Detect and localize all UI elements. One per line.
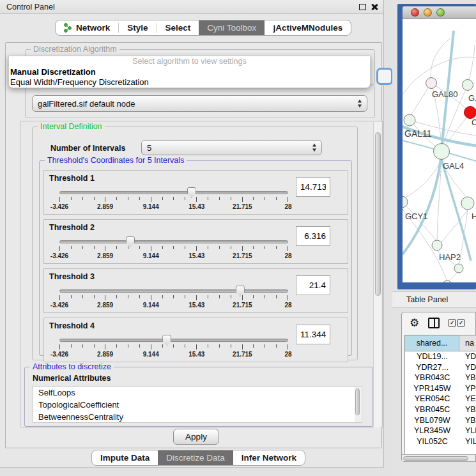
cell-name[interactable]: YBR0 <box>459 372 476 383</box>
threshold-value-field[interactable] <box>296 177 330 197</box>
table-row[interactable]: YBR045CYBR0 <box>405 404 476 415</box>
node-gal80[interactable] <box>426 78 437 89</box>
network-canvas[interactable]: GAL80 G. C GAL11 GAL4 GCY1 H HAP2 <box>403 19 476 282</box>
node-bottom-2[interactable] <box>443 280 452 282</box>
table-row[interactable]: YPR145WYPR1 <box>405 383 476 394</box>
threshold-value-field[interactable] <box>296 226 330 246</box>
slider-track[interactable] <box>59 289 288 293</box>
table-row[interactable]: YIL052CYIL0 <box>405 436 476 447</box>
attributes-group: Attributes to discretize Numerical Attri… <box>24 367 373 427</box>
cell-name[interactable]: YER0 <box>459 394 476 404</box>
node-hap2[interactable] <box>432 240 442 250</box>
table-row[interactable]: YLR345WYLR3 <box>405 426 476 436</box>
node-gal11[interactable] <box>404 114 415 126</box>
dropdown-option-equal-width[interactable]: Equal Width/Frequency Discretization <box>9 77 370 88</box>
columns-icon[interactable] <box>428 318 440 328</box>
float-window-icon[interactable] <box>359 4 366 10</box>
slider-track[interactable] <box>59 191 288 194</box>
cell-name[interactable]: YLR3 <box>459 426 476 436</box>
threshold-slider[interactable]: -3.4262.8599.14415.4321.71528 <box>59 187 288 213</box>
cell-shared-name[interactable]: YDL19... <box>405 351 459 362</box>
list-scrollbar[interactable] <box>355 387 361 423</box>
tick-label: 9.144 <box>143 351 159 358</box>
attribute-list-item[interactable]: SelfLoops <box>33 387 362 399</box>
cell-name[interactable]: YDR2 <box>459 362 476 373</box>
close-icon[interactable] <box>371 3 378 11</box>
table-row[interactable]: YDL19...YDL1 <box>405 351 476 362</box>
table-row[interactable]: YER054CYER0 <box>405 394 476 404</box>
network-icon <box>64 23 72 33</box>
slider-track[interactable] <box>59 240 288 243</box>
tab-impute-data[interactable]: Impute Data <box>92 450 158 465</box>
tab-label: Impute Data <box>100 453 150 463</box>
node-top-right[interactable] <box>463 80 473 91</box>
cell-name[interactable]: YDL1 <box>459 351 476 362</box>
column-header-shared[interactable]: shared... <box>405 335 459 351</box>
numerical-attributes-list[interactable]: SelfLoopsTopologicalCoefficientBetweenne… <box>33 386 362 423</box>
threshold-panel: Threshold 1 -3.4262.8599.14415.4321.7152… <box>43 170 348 215</box>
table-data-combobox[interactable]: galFiltered.sif default node <box>32 95 367 112</box>
minimize-traffic-light-icon[interactable] <box>424 8 432 17</box>
column-header-name[interactable]: na <box>459 335 476 351</box>
cell-name[interactable]: YIL0 <box>459 436 476 447</box>
slider-tick-labels: -3.4262.8599.14415.4321.71528 <box>59 351 288 358</box>
node-label-h-cut: H <box>472 211 476 221</box>
gear-icon[interactable]: ⚙ <box>410 318 419 328</box>
algorithm-combobox[interactable] <box>376 68 393 85</box>
node-h[interactable] <box>461 197 474 210</box>
table-hscrollbar-thumb[interactable] <box>403 456 468 461</box>
zoom-traffic-light-icon[interactable] <box>436 8 445 17</box>
cell-shared-name[interactable]: YER054C <box>405 394 459 404</box>
cell-shared-name[interactable]: YIL052C <box>405 436 459 447</box>
table-row[interactable]: YBR043CYBR0 <box>405 372 476 383</box>
slider-track[interactable] <box>59 339 288 342</box>
tab-cyni-toolbox[interactable]: Cyni Toolbox <box>199 20 265 35</box>
network-view-window[interactable]: GAL80 G. C GAL11 GAL4 GCY1 H HAP2 <box>397 4 476 289</box>
node-red[interactable] <box>464 107 476 119</box>
tab-infer-network[interactable]: Infer Network <box>233 450 305 465</box>
panel-scrollbar[interactable] <box>373 122 381 427</box>
threshold-label: Threshold 4 <box>49 321 95 330</box>
interval-definition-group: Interval Definition Number of Intervals … <box>32 127 358 360</box>
cell-name[interactable]: YBR0 <box>459 404 476 415</box>
node-label-gcy1: GCY1 <box>405 211 427 221</box>
panel-scrollbar-thumb[interactable] <box>375 132 381 296</box>
spinner-arrows-icon <box>312 144 316 152</box>
tick-label: 15.43 <box>188 351 204 358</box>
tab-discretize-data[interactable]: Discretize Data <box>158 450 233 465</box>
tab-select[interactable]: Select <box>157 20 199 35</box>
tab-style[interactable]: Style <box>119 20 156 35</box>
tick-label: -3.426 <box>50 203 68 210</box>
close-traffic-light-icon[interactable] <box>411 8 419 17</box>
cell-shared-name[interactable]: YBR045C <box>405 404 459 415</box>
dropdown-option-manual[interactable]: Manual Discretization <box>9 67 370 77</box>
threshold-slider[interactable]: -3.4262.8599.14415.4321.71528 <box>59 335 288 360</box>
node-bottom[interactable] <box>454 264 463 273</box>
tab-jactivemnodules[interactable]: jActiveMNodules <box>265 20 351 35</box>
threshold-slider[interactable]: -3.4262.8599.14415.4321.71528 <box>59 236 288 262</box>
apply-button[interactable]: Apply <box>173 429 219 445</box>
cell-shared-name[interactable]: YBR043C <box>405 372 459 383</box>
tab-network[interactable]: Network <box>56 20 118 35</box>
checkbox-icon[interactable]: ✓ <box>457 319 464 326</box>
cell-shared-name[interactable]: YBL079W <box>405 415 459 426</box>
checkbox-icon[interactable]: ✓ <box>449 319 456 326</box>
slider-tick-labels: -3.4262.8599.14415.4321.71528 <box>59 252 288 260</box>
interval-definition-title: Interval Definition <box>38 122 105 131</box>
number-of-intervals-combobox[interactable]: 5 <box>141 140 322 155</box>
attribute-list-item[interactable]: TopologicalCoefficient <box>33 399 362 411</box>
table-row[interactable]: YBL079WYBL0 <box>405 415 476 426</box>
cell-shared-name[interactable]: YLR345W <box>405 426 459 436</box>
threshold-value-field[interactable] <box>296 275 330 295</box>
cell-shared-name[interactable]: YPR145W <box>405 383 459 394</box>
threshold-value-field[interactable] <box>296 325 330 344</box>
cell-name[interactable]: YBL0 <box>459 415 476 426</box>
table-hscrollbar[interactable] <box>402 454 475 461</box>
node-gal4[interactable] <box>434 144 450 160</box>
table-row[interactable]: YDR27...YDR2 <box>405 362 476 373</box>
cell-name[interactable]: YPR1 <box>459 383 476 394</box>
threshold-slider[interactable]: -3.4262.8599.14415.4321.71528 <box>59 286 288 311</box>
tab-label: jActiveMNodules <box>273 23 342 33</box>
attribute-list-item[interactable]: BetweennessCentrality <box>33 411 362 423</box>
cell-shared-name[interactable]: YDR27... <box>405 362 459 373</box>
